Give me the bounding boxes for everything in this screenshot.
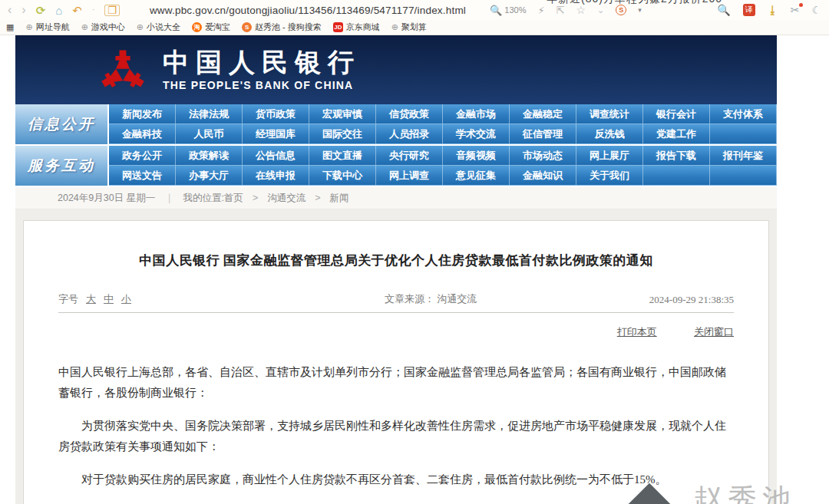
nav-menu-item[interactable]: 报告下载 [643,146,710,166]
nav-menu-item[interactable]: 银行会计 [643,104,710,124]
nav-menu-item[interactable]: 政策解读 [176,146,243,166]
nav-menu-item[interactable]: 央行研究 [376,146,443,166]
night-mode-icon[interactable]: ☾ [811,5,821,15]
nav-menu-item[interactable]: 经理国库 [243,124,309,144]
nav-menu-item[interactable]: 信贷政策 [376,104,443,124]
bookmark-favicon: ⊕ [137,23,144,31]
nav-menu-item[interactable]: 国际交往 [309,124,376,144]
nav-menu-item[interactable] [643,166,710,186]
bookmark-item[interactable]: ⊕ 小说大全 [137,21,180,33]
bookmark-label: 爱淘宝 [205,21,230,33]
nav-menu-item[interactable]: 金融市场 [443,104,510,124]
nav-menu-item[interactable]: 公告信息 [243,146,309,166]
current-date: 2024年9月30日 星期一 [58,192,155,205]
close-window-button[interactable]: 关闭窗口 [694,326,734,338]
site-name-en: THE PEOPLE'S BANK OF CHINA [163,79,361,91]
nav-menu-item[interactable]: 人民币 [176,124,243,144]
bookmarks-folder-icon[interactable]: ▦ [6,22,14,32]
nav-menu-item[interactable]: 网送文告 [109,166,176,186]
favorite-star-icon[interactable]: ☆ [576,5,586,15]
nav-menu-item[interactable]: 金融稳定 [510,104,576,124]
nav-menu-item[interactable]: 货币政策 [243,104,309,124]
bookmark-label: 赵秀池 - 搜狗搜索 [255,21,322,33]
nav-menu-item[interactable]: 学术交流 [443,124,510,144]
breadcrumb-goutongjiaoliu-link[interactable]: 沟通交流 [267,192,306,205]
nav-label-xinxigongkai[interactable]: 信息公开 [15,104,107,144]
refresh-button[interactable]: ⟳ [36,5,46,16]
site-name-cn: 中国人民银行 [163,48,361,77]
search-icon[interactable]: 🔍 [717,5,730,15]
nav-menu-item[interactable]: 政务公开 [109,146,176,166]
breadcrumb-divider: ｜ [164,192,173,205]
bookmark-favicon: ⊕ [391,23,398,31]
nav-menu-item[interactable]: 金融科技 [109,124,176,144]
bookmark-item[interactable]: ⊕ 网址导航 [25,21,69,33]
screenshot-scissors-icon[interactable]: ✂ [791,5,800,15]
nav-menu-item[interactable]: 音频视频 [443,146,510,166]
nav-menu-item[interactable]: 报刊年鉴 [710,146,777,166]
bookmark-item[interactable]: ⊕ 聚划算 [391,21,427,33]
nav-menu-item[interactable]: 法律法规 [176,104,243,124]
undo-dropdown-icon[interactable]: · [92,6,94,14]
nav-menu-item[interactable]: 办事大厅 [176,166,243,186]
url-bar[interactable]: www.pbc.gov.cn/goutongjiaoliu/113456/113… [150,5,466,16]
sogou-logo-icon[interactable]: S [616,5,626,15]
bookmark-label: 网址导航 [36,21,70,33]
browser-window: ‹ › ⟳ ⌂ ↶ · ❐ www.pbc.gov.cn/goutongjiao… [0,0,829,504]
bookmark-label: 京东商城 [346,21,380,33]
translate-icon[interactable]: 译 [743,4,755,16]
nav-menu-item[interactable] [710,124,777,144]
bookmark-label: 小说大全 [147,21,180,33]
article-panel: 中国人民银行 国家金融监督管理总局关于优化个人住房贷款最低首付款比例政策的通知 … [23,220,769,504]
breadcrumb-arrow: > [315,193,320,203]
font-size-small-button[interactable]: 小 [121,292,131,306]
zoom-magnifier-icon: 🔍 [490,5,502,16]
nav-menu-item[interactable] [710,166,777,186]
bookmark-item[interactable]: 淘 爱淘宝 [192,21,230,33]
nav-menu-item[interactable]: 反洗钱 [576,124,643,144]
nav-menu-item[interactable]: 党建工作 [643,124,710,144]
nav-menu-item[interactable]: 网上调查 [376,166,443,186]
zoom-control[interactable]: 🔍 130% [490,5,526,16]
share-icon[interactable]: ⇱ [557,5,565,15]
nav-menu-item[interactable]: 征信管理 [510,124,576,144]
nav-menu-item[interactable]: 在线申报 [243,166,309,186]
reading-mode-icon[interactable]: ❐ [104,5,120,16]
nav-menu-item[interactable]: 网上展厅 [576,146,643,166]
nav-menu-item[interactable]: 新闻发布 [109,104,176,124]
nav-menu-item[interactable]: 金融知识 [510,166,576,186]
bookmark-item[interactable]: S 赵秀池 - 搜狗搜索 [242,21,322,33]
nav-menu-item[interactable]: 宏观审慎 [309,104,376,124]
undo-close-button[interactable]: ↶ [72,5,82,16]
speed-mode-icon[interactable]: ⚡ [537,5,544,15]
article-source-value: 沟通交流 [437,293,477,305]
nav-menu-item[interactable]: 人员招录 [376,124,443,144]
forward-button[interactable]: › [21,4,25,16]
breadcrumb-news-link[interactable]: 新闻 [330,192,349,205]
chevron-down-icon[interactable]: ⌄ [597,6,604,15]
home-button[interactable]: ⌂ [55,5,62,16]
nav-menu-item[interactable]: 意见征集 [443,166,510,186]
back-button[interactable]: ‹ [8,4,12,16]
font-size-large-button[interactable]: 大 [86,292,96,306]
nav-section-xinxigongkai: 信息公开 新闻发布法律法规货币政策宏观审慎信贷政策金融市场金融稳定调查统计银行会… [15,104,777,144]
bookmark-favicon: 淘 [192,22,202,32]
download-icon[interactable]: ⭳ [768,5,778,15]
bookmark-item[interactable]: ⊕ 游戏中心 [81,21,125,33]
nav-label-fuwuhudong[interactable]: 服务互动 [15,146,107,186]
print-page-button[interactable]: 打印本页 [617,326,657,338]
zoom-level: 130% [504,5,526,15]
article-source-label: 文章来源： [385,293,434,305]
nav-menu-item[interactable]: 调查统计 [576,104,643,124]
sogou-dropdown-icon[interactable]: ▾ [638,6,642,14]
nav-menu-item[interactable]: 图文直播 [309,146,376,166]
nav-menu-item[interactable]: 关于我们 [576,166,643,186]
nav-menu-item[interactable]: 市场动态 [510,146,576,166]
nav-menu-item[interactable]: 支付体系 [710,104,777,124]
article-background: 中国人民银行 国家金融监督管理总局关于优化个人住房贷款最低首付款比例政策的通知 … [15,209,777,504]
font-size-medium-button[interactable]: 中 [104,292,114,306]
breadcrumb-home-link[interactable]: 我的位置:首页 [183,192,243,205]
bookmark-item[interactable]: JD 京东商城 [333,21,380,33]
article-paragraph: 为贯彻落实党中央、国务院决策部署，支持城乡居民刚性和多样化改善性住房需求，促进房… [58,416,734,457]
nav-menu-item[interactable]: 下载中心 [309,166,376,186]
